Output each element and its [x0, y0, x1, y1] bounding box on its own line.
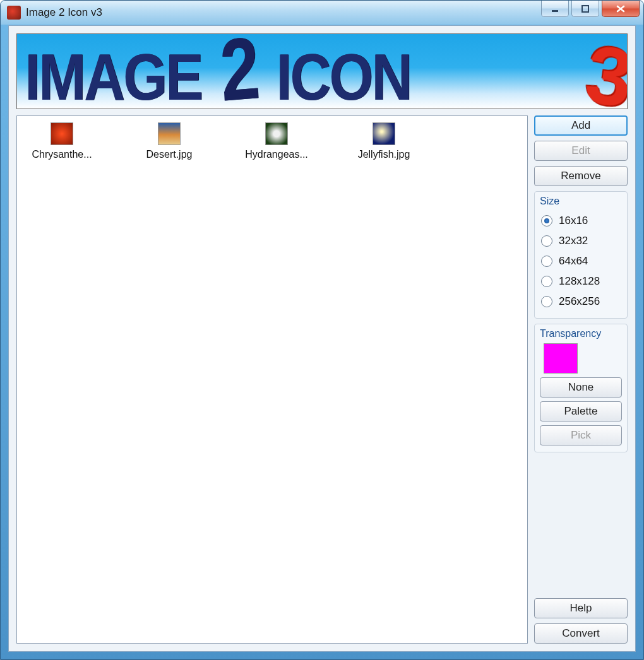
- radio-label: 64x64: [559, 255, 588, 268]
- maximize-icon: [581, 4, 590, 13]
- svg-rect-1: [582, 6, 588, 12]
- client-area: IMAGE 2 ICON 3 Chrysanthe... Desert.jpg: [8, 25, 636, 652]
- radio-icon: [541, 276, 552, 287]
- size-group: Size 16x16 32x32 64x64: [534, 191, 628, 319]
- radio-icon: [541, 235, 552, 247]
- thumbnail-icon: [265, 122, 288, 145]
- banner-number-3: 3: [580, 33, 628, 109]
- size-option-16[interactable]: 16x16: [540, 211, 622, 231]
- radio-icon: [541, 215, 552, 227]
- remove-button[interactable]: Remove: [534, 166, 628, 186]
- radio-icon: [541, 296, 552, 307]
- edit-button[interactable]: Edit: [534, 141, 628, 161]
- file-label: Desert.jpg: [146, 149, 193, 160]
- window-title: Image 2 Icon v3: [26, 6, 102, 19]
- radio-label: 32x32: [559, 235, 588, 247]
- size-option-64[interactable]: 64x64: [540, 251, 622, 271]
- maximize-button[interactable]: [571, 1, 599, 17]
- none-button[interactable]: None: [540, 377, 622, 398]
- file-label: Hydrangeas...: [245, 149, 308, 160]
- size-option-256[interactable]: 256x256: [540, 292, 622, 312]
- list-item[interactable]: Jellyfish.jpg: [349, 122, 419, 160]
- window-controls: [541, 1, 640, 17]
- convert-button[interactable]: Convert: [534, 623, 628, 644]
- add-button[interactable]: Add: [534, 115, 628, 136]
- radio-label: 256x256: [559, 295, 600, 308]
- transparency-group: Transparency None Palette Pick: [534, 324, 628, 452]
- size-legend: Size: [540, 196, 622, 207]
- svg-rect-0: [552, 10, 558, 12]
- file-label: Chrysanthe...: [32, 149, 92, 160]
- banner-number-2: 2: [217, 33, 260, 109]
- thumbnail-icon: [158, 122, 181, 145]
- side-panel: Add Edit Remove Size 16x16 32x32 6: [534, 115, 628, 644]
- list-item[interactable]: Desert.jpg: [134, 122, 204, 160]
- minimize-icon: [551, 4, 559, 13]
- app-window: Image 2 Icon v3 IMAGE 2 ICON 3: [0, 0, 644, 660]
- main-row: Chrysanthe... Desert.jpg Hydrangeas... J…: [16, 115, 628, 644]
- transparency-swatch: [544, 343, 578, 374]
- thumbnail-icon: [373, 122, 395, 145]
- file-list[interactable]: Chrysanthe... Desert.jpg Hydrangeas... J…: [16, 115, 528, 644]
- minimize-button[interactable]: [541, 1, 569, 17]
- transparency-legend: Transparency: [540, 328, 622, 339]
- app-icon: [7, 6, 21, 20]
- size-option-128[interactable]: 128x128: [540, 271, 622, 292]
- list-item[interactable]: Chrysanthe...: [27, 122, 97, 160]
- palette-button[interactable]: Palette: [540, 401, 622, 421]
- list-item[interactable]: Hydrangeas...: [242, 122, 311, 160]
- banner-word-image: IMAGE: [25, 40, 201, 109]
- radio-label: 16x16: [559, 215, 588, 227]
- radio-label: 128x128: [559, 275, 600, 288]
- file-label: Jellyfish.jpg: [358, 149, 410, 160]
- close-button[interactable]: [602, 1, 640, 17]
- titlebar: Image 2 Icon v3: [1, 1, 643, 25]
- thumbnail-row: Chrysanthe... Desert.jpg Hydrangeas... J…: [27, 122, 517, 160]
- help-button[interactable]: Help: [534, 598, 628, 618]
- thumbnail-icon: [51, 122, 73, 145]
- size-option-32[interactable]: 32x32: [540, 231, 622, 251]
- radio-icon: [541, 256, 552, 267]
- pick-button[interactable]: Pick: [540, 425, 622, 445]
- banner-word-icon: ICON: [276, 40, 410, 109]
- close-icon: [616, 4, 626, 13]
- banner: IMAGE 2 ICON 3: [16, 33, 628, 109]
